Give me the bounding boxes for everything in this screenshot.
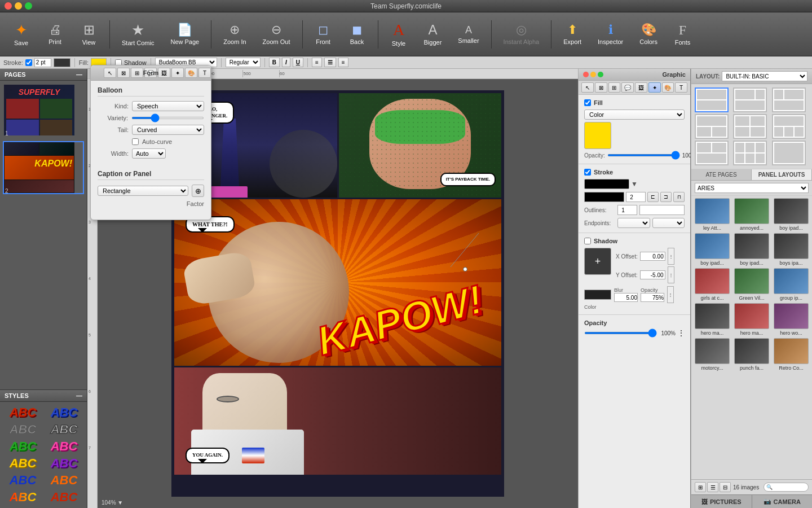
panel-opacity-slider[interactable]: [584, 332, 657, 334]
stroke-checkbox[interactable]: [25, 59, 32, 66]
font-style-select[interactable]: Regular Bold Italic: [226, 58, 261, 67]
image-search-input[interactable]: [764, 483, 809, 492]
graphic-tool-2[interactable]: ⊠: [595, 82, 607, 93]
start-comic-button[interactable]: ★ Start Comic: [115, 19, 161, 50]
camera-tab[interactable]: 📷 CAMERA: [752, 495, 813, 508]
graphic-close-btn[interactable]: [583, 72, 589, 77]
pages-collapse-icon[interactable]: —: [76, 71, 82, 78]
page-thumb-1[interactable]: SUPERFLY 1: [3, 84, 84, 137]
form-crop-tool[interactable]: ⊠: [117, 68, 130, 78]
shadow-opacity-input[interactable]: [641, 293, 664, 302]
stroke-dropdown-arrow[interactable]: ▼: [631, 180, 638, 188]
image-item-8[interactable]: Green Vil...: [733, 268, 770, 301]
form-photo-tool[interactable]: 🖼: [158, 68, 170, 78]
close-button[interactable]: [5, 2, 12, 10]
zoom-in-button[interactable]: ⊕ Zoom In: [217, 20, 253, 49]
form-panel-tool[interactable]: ⊞: [131, 68, 143, 78]
align-center-button[interactable]: ☰: [324, 58, 336, 67]
y-offset-stepper[interactable]: ⋮: [668, 266, 674, 283]
autocurve-checkbox[interactable]: [132, 138, 139, 145]
layout-thumb-1[interactable]: [695, 87, 729, 112]
pictures-tab[interactable]: 🖼 PICTURES: [691, 495, 752, 508]
list-view-button[interactable]: ☰: [707, 482, 718, 492]
form-text-tool[interactable]: T: [198, 68, 211, 78]
style-item-4[interactable]: ABC: [45, 422, 83, 437]
shadow-color-swatch[interactable]: +: [584, 248, 611, 275]
shadow-color-display[interactable]: [584, 290, 611, 300]
style-item-8[interactable]: ABC: [45, 456, 83, 471]
graphic-tool-6[interactable]: ✦: [648, 82, 661, 93]
layout-select[interactable]: BUILT-IN: BASIC BUILT-IN: CLASSIC BUILT-…: [722, 71, 807, 81]
shadow-checkbox[interactable]: [584, 238, 591, 244]
graphic-tool-5[interactable]: 🖼: [635, 82, 647, 93]
fill-type-select[interactable]: Color Gradient Image None: [584, 110, 685, 120]
comic-panel-3[interactable]: YOU AGAIN.: [174, 367, 501, 475]
stroke-align-center[interactable]: ⊐: [660, 192, 672, 202]
comic-panel-2[interactable]: WHAT THE?! KAPOW!: [174, 199, 501, 366]
x-offset-stepper[interactable]: ⋮: [668, 248, 674, 265]
layout-thumb-7[interactable]: [695, 141, 729, 165]
layout-thumb-4[interactable]: [695, 114, 729, 139]
image-item-14[interactable]: punch fa...: [733, 338, 770, 371]
variety-slider[interactable]: [131, 117, 204, 119]
image-item-10[interactable]: hero ma...: [694, 303, 731, 336]
caption-options-button[interactable]: ⊕: [192, 185, 204, 197]
style-item-5[interactable]: ABC: [3, 439, 42, 454]
style-item-7[interactable]: ABC: [3, 456, 42, 471]
form-select-tool[interactable]: ↖: [104, 68, 116, 78]
detail-view-button[interactable]: ⊟: [720, 482, 731, 492]
style-button[interactable]: A Style: [383, 19, 414, 50]
endpoints-start-select[interactable]: [617, 218, 650, 228]
layout-thumb-8[interactable]: [733, 141, 767, 165]
back-button[interactable]: ◼ Back: [342, 20, 373, 49]
image-item-6[interactable]: boys ipa...: [773, 233, 810, 266]
stroke-color-display[interactable]: [584, 192, 624, 202]
x-offset-input[interactable]: [640, 252, 665, 261]
tail-select[interactable]: Curved Straight None: [132, 125, 204, 135]
tab-ate-pages[interactable]: ATE PAGES: [691, 169, 752, 180]
image-item-1[interactable]: ley Att...: [694, 198, 731, 231]
stroke-color-swatch[interactable]: [584, 179, 629, 189]
image-item-15[interactable]: Retro Co...: [773, 338, 810, 371]
image-item-13[interactable]: motorcy...: [694, 338, 731, 371]
maximize-button[interactable]: [25, 2, 32, 10]
zoom-menu-button[interactable]: ▼: [117, 500, 123, 506]
instant-alpha-button[interactable]: ◎ Instant Alpha: [497, 20, 546, 49]
panel-opacity-stepper[interactable]: ⋮: [678, 329, 685, 337]
inspector-button[interactable]: ℹ Inspector: [591, 20, 630, 49]
categories-select[interactable]: ARIES TAURUS GEMINI ALL: [695, 183, 809, 193]
outlines-color[interactable]: [639, 205, 685, 215]
stroke-width-number[interactable]: [626, 192, 646, 202]
layout-thumb-3[interactable]: [772, 87, 806, 112]
image-item-2[interactable]: annoyed...: [733, 198, 770, 231]
export-button[interactable]: ⬆ Export: [557, 20, 588, 49]
bigger-button[interactable]: A Bigger: [417, 20, 449, 49]
kind-select[interactable]: Speech Thought Caption Shout: [132, 101, 204, 111]
align-left-button[interactable]: ≡: [312, 58, 322, 67]
graphic-tool-8[interactable]: T: [675, 82, 687, 93]
style-item-9[interactable]: ABC: [3, 473, 42, 488]
style-item-11[interactable]: ABC: [3, 490, 42, 505]
print-button[interactable]: 🖨 Print: [39, 20, 70, 49]
style-item-2[interactable]: ABC: [45, 405, 83, 420]
caption-type-select[interactable]: Rectangle Circle Triangle: [98, 186, 188, 196]
grid-view-button[interactable]: ⊞: [695, 482, 706, 492]
comic-panel-1b[interactable]: IT'S PAYBACK TIME.: [339, 93, 502, 198]
tab-panel-layouts[interactable]: PANEL LAYOUTS: [752, 169, 812, 180]
graphic-tool-7[interactable]: 🎨: [662, 82, 674, 93]
stroke-checkbox[interactable]: [584, 169, 591, 176]
endpoints-end-select[interactable]: [652, 218, 685, 228]
graphic-min-btn[interactable]: [590, 72, 596, 77]
stroke-align-outside[interactable]: ⊓: [673, 192, 685, 202]
y-offset-input[interactable]: [640, 270, 665, 279]
view-button[interactable]: ⊞ View: [73, 20, 104, 49]
colors-button[interactable]: 🎨 Colors: [633, 20, 664, 49]
fonts-button[interactable]: F Fonts: [667, 20, 698, 49]
layout-thumb-9[interactable]: [772, 141, 806, 165]
image-item-7[interactable]: girls at c...: [694, 268, 731, 301]
stroke-width-input[interactable]: [34, 58, 51, 67]
image-item-3[interactable]: boy ipad...: [773, 198, 810, 231]
minimize-button[interactable]: [15, 2, 22, 10]
outlines-input[interactable]: [617, 205, 637, 215]
fill-color-swatch[interactable]: [584, 122, 611, 149]
